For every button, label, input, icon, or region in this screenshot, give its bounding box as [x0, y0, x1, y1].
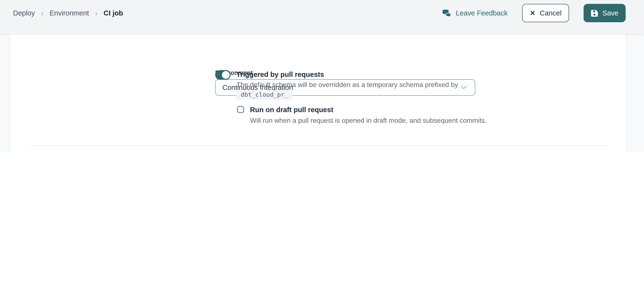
draft-pr-label: Run on draft pull request — [250, 105, 333, 114]
toggle-knob — [222, 71, 230, 79]
draft-pr-description: Will run when a pull request is opened i… — [250, 116, 569, 125]
pr-trigger-toggle[interactable] — [215, 70, 230, 80]
draft-pr-checkbox[interactable] — [237, 106, 244, 113]
save-label: Save — [602, 9, 618, 17]
top-bar-actions: Leave Feedback ✕ Cancel Save — [442, 4, 626, 22]
right-page-gutter — [626, 34, 644, 152]
left-page-gutter — [0, 34, 10, 152]
save-floppy-icon — [591, 10, 598, 17]
main-content: Environment Continuous Integration Trigg… — [0, 34, 644, 152]
breadcrumb-ci-job: CI job — [104, 9, 123, 17]
pr-trigger-description: The default schema will be overridden as… — [236, 80, 546, 90]
leave-feedback-link[interactable]: Leave Feedback — [442, 4, 508, 22]
ci-job-settings-page: Deploy › Environment › CI job Leave Feed… — [0, 0, 644, 152]
breadcrumb: Deploy › Environment › CI job — [13, 4, 123, 22]
schema-prefix-code: dbt_cloud_pr_ — [236, 90, 292, 100]
section-divider — [29, 146, 607, 146]
breadcrumb-environment[interactable]: Environment — [50, 9, 89, 17]
breadcrumb-deploy[interactable]: Deploy — [13, 9, 35, 17]
save-button[interactable]: Save — [584, 4, 626, 22]
close-icon: ✕ — [530, 10, 535, 16]
leave-feedback-label: Leave Feedback — [456, 9, 508, 17]
pr-trigger-label: Triggered by pull requests — [236, 70, 324, 79]
cancel-button[interactable]: ✕ Cancel — [522, 4, 569, 22]
chevron-right-icon: › — [41, 8, 43, 18]
top-bar: Deploy › Environment › CI job Leave Feed… — [0, 0, 644, 34]
chevron-right-icon: › — [95, 8, 98, 18]
chat-bubbles-icon — [442, 9, 452, 17]
cancel-label: Cancel — [540, 9, 562, 17]
